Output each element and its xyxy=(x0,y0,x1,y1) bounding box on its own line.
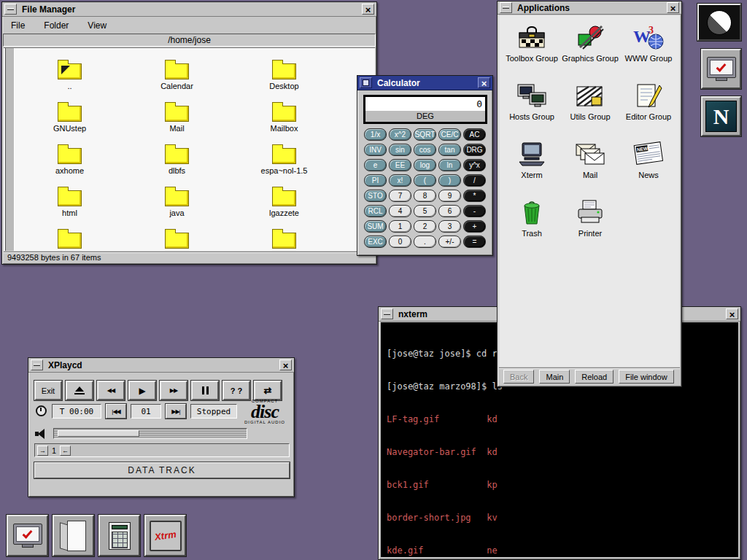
app-item-toolbox-group[interactable]: Toolbox Group xyxy=(503,21,561,79)
calc-button[interactable]: 5 xyxy=(414,205,436,217)
folder-item[interactable]: lgazzete xyxy=(231,185,338,228)
calc-button[interactable]: sin xyxy=(389,144,411,156)
play-button[interactable] xyxy=(128,381,156,400)
folder-item[interactable] xyxy=(231,228,338,251)
app-item-graphics-group[interactable]: Graphics Group xyxy=(561,21,619,79)
app-item-utils-group[interactable]: Utils Group xyxy=(561,79,619,138)
window-menu-button[interactable] xyxy=(381,308,393,319)
close-button[interactable] xyxy=(726,308,738,319)
menu-file[interactable]: File xyxy=(11,20,25,31)
file-manager-titlebar[interactable]: File Manager xyxy=(2,2,376,17)
app-item-news[interactable]: NEWS News xyxy=(619,138,678,196)
folder-item[interactable]: Calendar xyxy=(123,58,231,101)
close-button[interactable] xyxy=(362,4,374,15)
volume-slider-thumb[interactable] xyxy=(58,430,139,437)
calc-button[interactable]: - xyxy=(463,205,486,217)
calc-button[interactable]: ( xyxy=(414,174,436,187)
calc-button[interactable]: 3 xyxy=(438,220,461,233)
calc-button[interactable]: DRG xyxy=(463,144,486,156)
app-item-hosts-group[interactable]: Hosts Group xyxy=(503,79,561,138)
calc-button[interactable]: STO xyxy=(364,190,387,202)
calc-button[interactable]: +/- xyxy=(438,236,461,248)
app-item-www-group[interactable]: W 3 WWW Group xyxy=(619,21,678,79)
main-button[interactable]: Main xyxy=(539,370,570,384)
calc-button[interactable]: / xyxy=(463,174,486,187)
xterm-dock-tile[interactable]: Xtrm xyxy=(144,515,186,556)
close-button[interactable] xyxy=(478,77,490,88)
calc-button[interactable]: EE xyxy=(389,159,411,171)
folder-item[interactable]: java xyxy=(123,185,231,228)
folder-item[interactable]: Mail xyxy=(123,101,231,143)
folder-item[interactable]: GNUstep xyxy=(16,101,123,143)
calc-button[interactable]: 1/x xyxy=(364,128,387,141)
repeat-button[interactable] xyxy=(254,381,282,400)
calc-button[interactable]: + xyxy=(463,220,486,233)
console-dock-tile[interactable] xyxy=(701,49,741,89)
calc-button[interactable]: y^x xyxy=(463,159,486,171)
calc-button[interactable]: AC xyxy=(463,128,486,141)
calc-button[interactable]: log xyxy=(414,159,436,171)
book-dock-tile[interactable] xyxy=(53,515,94,556)
close-button[interactable] xyxy=(667,2,679,13)
fast-forward-button[interactable] xyxy=(160,381,187,400)
calc-button[interactable]: 6 xyxy=(438,205,461,217)
app-item-trash[interactable]: Trash xyxy=(503,196,561,254)
volume-slider[interactable] xyxy=(53,428,247,439)
calc-button[interactable]: 2 xyxy=(414,220,436,233)
calc-button[interactable]: = xyxy=(463,236,486,248)
netscape-dock-tile[interactable]: N xyxy=(701,96,741,136)
menu-folder[interactable]: Folder xyxy=(44,20,69,31)
calc-button[interactable]: ln xyxy=(438,159,461,171)
calc-button[interactable]: 8 xyxy=(414,190,436,202)
calc-button[interactable]: . xyxy=(414,236,436,248)
back-button[interactable]: Back xyxy=(503,370,534,384)
calc-button[interactable]: INV xyxy=(364,144,387,156)
file-window-button[interactable]: File window xyxy=(619,370,673,384)
calculator-dock-tile[interactable] xyxy=(98,515,140,556)
shuffle-button[interactable]: ? ? xyxy=(222,381,250,400)
next-track-button[interactable] xyxy=(166,404,186,419)
calc-button[interactable]: * xyxy=(463,190,486,202)
calc-button[interactable]: 7 xyxy=(389,190,411,202)
calc-button[interactable]: e xyxy=(364,159,387,171)
calculator-titlebar[interactable]: Calculator xyxy=(357,76,492,90)
exit-button[interactable]: Exit xyxy=(34,381,62,400)
folder-item-up[interactable]: .. xyxy=(16,58,123,101)
track-select-button[interactable]: 1 xyxy=(50,446,58,455)
eject-button[interactable] xyxy=(66,381,93,400)
calc-button[interactable]: SQRT xyxy=(414,128,436,141)
calc-button[interactable]: RCL xyxy=(364,205,387,217)
close-button[interactable] xyxy=(279,359,292,370)
app-item-printer[interactable]: Printer xyxy=(561,196,619,254)
calc-button[interactable]: 0 xyxy=(389,236,411,248)
folder-item[interactable]: espa~nol-1.5 xyxy=(231,143,338,185)
console-dock-tile-bottom[interactable] xyxy=(7,515,48,556)
window-menu-button[interactable] xyxy=(500,2,512,13)
calc-button[interactable]: x^2 xyxy=(389,128,411,141)
reload-button[interactable]: Reload xyxy=(575,370,614,384)
xplaycd-titlebar[interactable]: XPlaycd xyxy=(28,358,294,373)
calc-button[interactable]: CE/C xyxy=(438,128,461,141)
calc-button[interactable]: 1 xyxy=(389,220,411,233)
folder-item[interactable]: Desktop xyxy=(231,58,338,101)
calc-button[interactable]: 9 xyxy=(438,190,461,202)
calc-button[interactable]: PI xyxy=(364,174,387,187)
rewind-button[interactable] xyxy=(97,381,125,400)
folder-item[interactable]: html xyxy=(16,185,123,228)
app-item-xterm[interactable]: Xterm xyxy=(503,138,561,196)
calc-button[interactable]: SUM xyxy=(364,220,387,233)
vertical-scrollbar[interactable] xyxy=(5,48,15,251)
app-item-editor-group[interactable]: Editor Group xyxy=(619,79,678,138)
app-item-mail[interactable]: Mail xyxy=(561,138,619,196)
window-menu-button[interactable] xyxy=(4,4,17,15)
calc-button[interactable]: cos xyxy=(414,144,436,156)
menu-view[interactable]: View xyxy=(88,20,107,31)
gnustep-dock-tile[interactable] xyxy=(697,4,741,41)
folder-item[interactable]: Mailbox xyxy=(231,101,338,143)
folder-item[interactable]: dlbfs xyxy=(123,143,231,185)
window-menu-button[interactable] xyxy=(31,359,43,370)
pause-button[interactable] xyxy=(191,381,219,400)
track-scroll-right-button[interactable] xyxy=(37,446,48,456)
applications-titlebar[interactable]: Applications xyxy=(498,1,681,15)
folder-item[interactable]: axhome xyxy=(16,143,123,185)
